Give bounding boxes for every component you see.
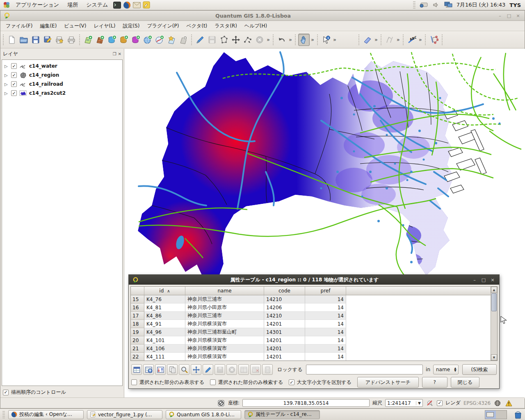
attr-save-edits-button[interactable] <box>215 364 225 375</box>
cell-name[interactable]: 神奈川県横須賀市 <box>185 320 264 328</box>
mail-launcher-icon[interactable] <box>132 1 141 9</box>
firefox-launcher-icon[interactable] <box>123 1 131 9</box>
expander-icon[interactable]: ▷ <box>5 73 9 78</box>
menubar-item[interactable]: 設定(S) <box>119 21 143 31</box>
toolbar-overflow[interactable]: » <box>418 37 423 43</box>
menu-applications[interactable]: アプリケーション <box>12 0 62 9</box>
node-tool-button[interactable] <box>242 34 253 46</box>
cell-name[interactable]: 神奈川県三浦市 <box>185 312 264 320</box>
toolbar-handle[interactable] <box>380 34 383 45</box>
toolbar-handle[interactable] <box>2 34 5 45</box>
attr-delete-button[interactable] <box>226 364 237 375</box>
zoom-to-selection-button[interactable] <box>179 364 189 375</box>
draw-order-control[interactable]: ✓ 描画順序のコントロール <box>3 389 66 396</box>
row-number-cell[interactable]: 22 <box>131 353 144 361</box>
toolbar-overflow[interactable]: » <box>374 37 379 43</box>
cell-pref[interactable]: 14 <box>305 312 346 320</box>
cell-id[interactable]: K4_111 <box>144 353 185 361</box>
show-selected-only-checkbox[interactable] <box>131 379 137 385</box>
advanced-search-button[interactable]: アドバンストサーチ <box>357 377 419 388</box>
row-number-cell[interactable]: 21 <box>131 345 144 353</box>
qgis-titlebar[interactable]: Quantum GIS 1.8.0-Lisboa – □ × <box>0 11 525 21</box>
labeling-button[interactable]: ABC <box>406 34 418 46</box>
chevron-down-icon[interactable]: ▼ <box>416 401 422 405</box>
render-checkbox[interactable]: ✓ <box>437 400 443 406</box>
dock-close-button[interactable]: ✕ <box>118 52 121 56</box>
invert-selection-button[interactable] <box>155 364 166 375</box>
cell-name[interactable]: 神奈川県横須賀市 <box>185 345 264 353</box>
menubar-item[interactable]: レイヤ(L) <box>90 21 119 31</box>
cell-id[interactable]: K4_106 <box>144 345 185 353</box>
table-row[interactable]: 22 K4_111 神奈川県横須賀市 14201 14 <box>131 353 491 361</box>
scrollbar-thumb[interactable] <box>491 293 497 311</box>
layer-visibility-checkbox[interactable]: ✓ <box>11 90 17 96</box>
expander-icon[interactable]: ▷ <box>5 64 9 68</box>
maximize-button[interactable]: □ <box>505 12 513 19</box>
volume-icon[interactable] <box>432 1 440 9</box>
task-button-qgis-main[interactable]: Quantum GIS 1.8.0-Li… <box>166 410 241 419</box>
task-button-gedit[interactable]: vector_figure_1.py (… <box>87 410 162 419</box>
new-shapefile-button[interactable] <box>166 34 177 46</box>
field-calculator-button[interactable] <box>262 364 273 375</box>
toolbar-handle[interactable] <box>78 34 81 45</box>
task-button-firefox[interactable]: 投稿の編集 ‹ Openな… <box>8 410 84 419</box>
cell-id[interactable]: K4_91 <box>144 320 185 328</box>
scroll-down-icon[interactable]: ▼ <box>491 354 497 361</box>
search-input[interactable] <box>306 365 423 374</box>
cell-pref[interactable]: 14 <box>305 295 346 304</box>
measure-button[interactable] <box>362 34 373 46</box>
cell-pref[interactable]: 14 <box>305 328 346 336</box>
dialog-close-button[interactable]: 閉じる <box>451 377 479 388</box>
new-project-button[interactable] <box>6 34 18 46</box>
open-project-button[interactable] <box>18 34 30 46</box>
delete-column-button[interactable] <box>250 364 261 375</box>
cell-code[interactable]: 14210 <box>264 312 305 320</box>
add-wms-layer-button[interactable] <box>142 34 153 46</box>
menubar-item[interactable]: ファイル(F) <box>2 21 36 31</box>
search-selected-only-checkbox[interactable] <box>210 379 216 385</box>
layer-visibility-checkbox[interactable]: ✓ <box>11 63 17 69</box>
cell-pref[interactable]: 14 <box>305 353 346 361</box>
menubar-item[interactable]: ラスタ(R) <box>211 21 241 31</box>
add-postgis-layer-button[interactable] <box>106 34 118 46</box>
pan-to-selection-button[interactable] <box>191 364 201 375</box>
toolbar-handle[interactable] <box>190 34 193 45</box>
stop-render-icon[interactable] <box>217 399 225 407</box>
table-row[interactable]: 16 K4_81 神奈川県小田原市 14206 14 <box>131 304 491 312</box>
cell-code[interactable]: 14201 <box>264 336 305 345</box>
add-vector-layer-button[interactable] <box>82 34 94 46</box>
text-editor-launcher-icon[interactable] <box>142 1 151 9</box>
terminal-launcher-icon[interactable] <box>113 1 121 9</box>
expander-icon[interactable]: ▷ <box>5 91 9 96</box>
case-sensitive-checkbox[interactable]: ✓ <box>289 379 294 385</box>
scroll-up-icon[interactable]: ▲ <box>491 287 497 293</box>
toolbar-handle[interactable] <box>358 34 361 45</box>
add-raster-layer-button[interactable] <box>94 34 106 46</box>
close-button[interactable]: × <box>488 276 497 283</box>
cell-code[interactable]: 14210 <box>264 295 305 304</box>
table-row[interactable]: 20 K4_101 神奈川県横須賀市 14201 14 <box>131 336 491 345</box>
display-settings-icon[interactable] <box>444 1 452 9</box>
spinner-icon[interactable]: ▲▼ <box>452 367 458 372</box>
maximize-button[interactable]: □ <box>479 276 488 283</box>
print-button[interactable] <box>66 34 77 46</box>
cell-name[interactable]: 神奈川県小田原市 <box>185 304 264 312</box>
menubar-item[interactable]: ベクタ(t) <box>183 21 211 31</box>
expander-icon[interactable]: ▷ <box>5 82 9 87</box>
attr-toggle-editing-button[interactable] <box>203 364 213 375</box>
column-header-name[interactable]: name <box>185 287 264 295</box>
cell-code[interactable]: 14206 <box>264 304 305 312</box>
cell-id[interactable]: K4_86 <box>144 312 185 320</box>
column-header-code[interactable]: code <box>264 287 305 295</box>
row-number-cell[interactable]: 20 <box>131 336 144 345</box>
column-header-pref[interactable]: pref <box>305 287 346 295</box>
workspace-1[interactable] <box>485 411 496 419</box>
move-selection-top-button[interactable] <box>143 364 154 375</box>
minimize-button[interactable]: – <box>496 12 504 19</box>
menubar-item[interactable]: 編集(E) <box>36 21 60 31</box>
task-button-attribute-table[interactable]: 属性テーブル - c14_re… <box>244 410 320 419</box>
table-row[interactable]: 17 K4_86 神奈川県三浦市 14210 14 <box>131 312 491 320</box>
offset-curve-button[interactable] <box>384 34 395 46</box>
delete-selected-button[interactable] <box>254 34 265 46</box>
toolbar-overflow[interactable]: » <box>266 37 271 43</box>
